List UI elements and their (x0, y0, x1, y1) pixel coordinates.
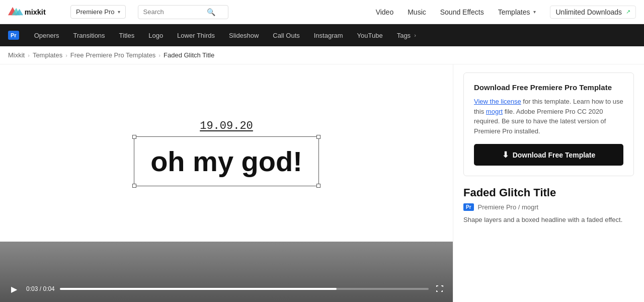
nav-link-templates[interactable]: Templates ▾ (498, 8, 536, 16)
breadcrumb-templates[interactable]: Templates (33, 51, 62, 59)
corner-handle-tr (316, 135, 320, 139)
right-panel: Download Free Premiere Pro Template View… (453, 64, 644, 302)
sidebar-item-call-outs[interactable]: Call Outs (266, 24, 306, 46)
sidebar-item-slideshow[interactable]: Slideshow (222, 24, 266, 46)
breadcrumb-sep-2: › (65, 52, 67, 58)
app-dropdown[interactable]: Premiere Pro ▾ (70, 5, 126, 19)
video-player: ▶ 0:03 / 0:04 (0, 242, 453, 302)
chevron-down-icon: ▾ (118, 9, 120, 15)
second-nav: Pr Openers Transitions Titles Logo Lower… (0, 24, 644, 46)
sidebar-item-logo[interactable]: Logo (141, 24, 170, 46)
sidebar-item-instagram[interactable]: Instagram (307, 24, 350, 46)
svg-text:mixkit: mixkit (25, 8, 46, 16)
license-link[interactable]: View the license (474, 98, 521, 105)
preview-inner: 19.09.20 oh my god! (101, 88, 352, 218)
sidebar-item-youtube[interactable]: YouTube (350, 24, 390, 46)
corner-handle-br (316, 184, 320, 188)
search-icon: 🔍 (207, 8, 215, 16)
time-separator: / (40, 285, 41, 292)
external-link-icon: ↗ (626, 9, 630, 15)
template-info: Faded Glitch Title Pr Premiere Pro / mog… (463, 184, 634, 227)
preview-box: oh my god! (134, 136, 319, 187)
preview-text: oh my god! (150, 146, 302, 177)
breadcrumb-current: Faded Glitch Title (164, 51, 214, 59)
sidebar-item-transitions[interactable]: Transitions (66, 24, 112, 46)
fullscreen-button[interactable] (434, 283, 446, 295)
template-badge-row: Pr Premiere Pro / mogrt (463, 203, 634, 211)
pr-badge: Pr (8, 31, 19, 40)
corner-handle-tl (132, 135, 136, 139)
video-controls: ▶ 0:03 / 0:04 (0, 280, 453, 298)
time-display: 0:03 / 0:04 (26, 285, 55, 292)
breadcrumb-sep-1: › (28, 52, 30, 58)
sidebar-item-tags[interactable]: Tags › (390, 24, 423, 46)
top-nav: mixkit Premiere Pro ▾ 🔍 Video Music Soun… (0, 0, 644, 24)
download-card: Download Free Premiere Pro Template View… (463, 72, 634, 176)
mogrt-link[interactable]: mogrt (486, 108, 503, 115)
preview-date: 19.09.20 (200, 120, 253, 132)
breadcrumb: Mixkit › Templates › Free Premiere Pro T… (0, 46, 644, 64)
download-card-title: Download Free Premiere Pro Template (474, 83, 623, 92)
nav-link-unlimited[interactable]: Unlimited Downloads ↗ (550, 6, 636, 19)
nav-link-sound-effects[interactable]: Sound Effects (440, 8, 484, 16)
total-time: 0:04 (43, 285, 54, 292)
template-description: Shape layers and a boxed headline with a… (463, 215, 634, 225)
download-button[interactable]: ⬇ Download Free Template (474, 144, 623, 166)
corner-handle-bl (132, 184, 136, 188)
tags-label: Tags (397, 32, 411, 39)
template-badge: Pr (463, 203, 474, 211)
play-button[interactable]: ▶ (7, 282, 21, 296)
logo[interactable]: mixkit (8, 5, 58, 19)
progress-bar[interactable] (60, 288, 429, 290)
download-icon: ⬇ (502, 150, 509, 160)
nav-link-music[interactable]: Music (408, 8, 426, 16)
templates-label: Templates (498, 8, 530, 16)
top-nav-links: Video Music Sound Effects Templates ▾ Un… (376, 6, 636, 19)
progress-fill (60, 288, 337, 290)
unlimited-label: Unlimited Downloads (555, 8, 622, 16)
preview-area: 19.09.20 oh my god! (0, 64, 453, 242)
logo-svg: mixkit (8, 5, 58, 19)
template-title: Faded Glitch Title (463, 186, 634, 199)
current-time: 0:03 (26, 285, 38, 292)
sidebar-item-titles[interactable]: Titles (112, 24, 142, 46)
download-card-desc: View the license for this template. Lear… (474, 97, 623, 136)
main-content: 19.09.20 oh my god! ▶ 0:03 / 0:04 (0, 64, 644, 302)
breadcrumb-mixkit[interactable]: Mixkit (8, 51, 25, 59)
sidebar-item-lower-thirds[interactable]: Lower Thirds (170, 24, 222, 46)
chevron-right-icon: › (414, 32, 416, 38)
sidebar-item-openers[interactable]: Openers (27, 24, 66, 46)
search-input[interactable] (143, 8, 204, 16)
second-nav-links: Openers Transitions Titles Logo Lower Th… (27, 24, 423, 46)
download-button-label: Download Free Template (513, 151, 596, 159)
search-bar: 🔍 (138, 5, 228, 19)
nav-link-video[interactable]: Video (376, 8, 394, 16)
dropdown-label: Premiere Pro (76, 8, 115, 16)
template-meta: Premiere Pro / mogrt (478, 203, 539, 211)
breadcrumb-free-templates[interactable]: Free Premiere Pro Templates (70, 51, 156, 59)
breadcrumb-sep-3: › (158, 52, 160, 58)
chevron-down-icon: ▾ (533, 9, 536, 15)
fullscreen-icon (436, 285, 444, 293)
left-panel: 19.09.20 oh my god! ▶ 0:03 / 0:04 (0, 64, 453, 302)
